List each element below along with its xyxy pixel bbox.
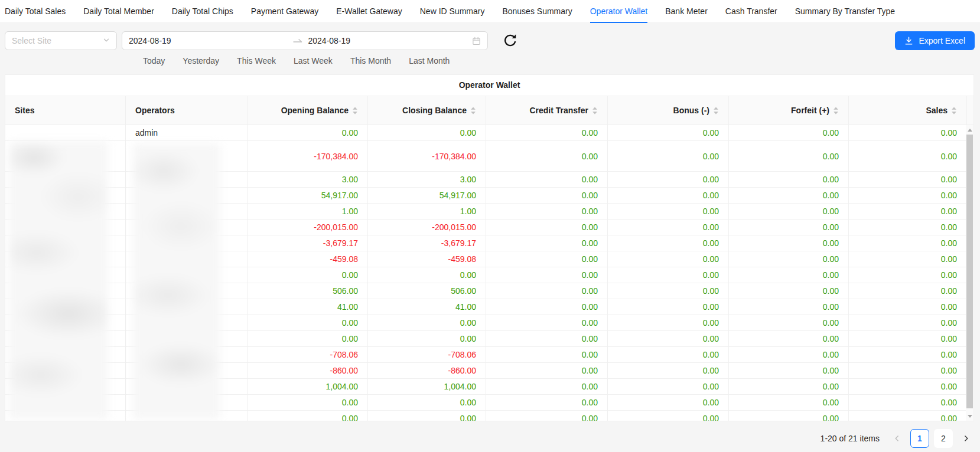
cell-closing-balance: 1,004.00	[368, 379, 486, 394]
cell-opening-balance: -170,384.00	[248, 141, 368, 171]
cell-sites	[5, 125, 126, 140]
cell-closing-balance: 41.00	[368, 299, 486, 315]
cell-closing-balance: -459.08	[368, 251, 486, 267]
tab-summary-by-transfer-type[interactable]: Summary By Transfer Type	[795, 0, 895, 23]
cell-forfeit: 0.00	[729, 379, 849, 394]
cell-credit-transfer: 0.00	[486, 363, 608, 378]
quick-range-this-month[interactable]: This Month	[350, 56, 391, 65]
pagination-prev-button[interactable]	[889, 429, 906, 448]
swap-right-arrow-icon	[293, 38, 302, 44]
tab-new-id-summary[interactable]: New ID Summary	[420, 0, 485, 23]
cell-credit-transfer: 0.00	[486, 188, 608, 203]
cell-credit-transfer: 0.00	[486, 395, 608, 410]
date-end-input[interactable]: 2024-08-19	[308, 36, 473, 45]
quick-range-last-month[interactable]: Last Month	[409, 56, 450, 65]
column-header-bonus[interactable]: Bonus (-)	[608, 96, 729, 125]
scrollbar-down-arrow-icon[interactable]	[966, 412, 974, 420]
cell-bonus: 0.00	[608, 299, 729, 315]
cell-sales: 0.00	[849, 395, 967, 410]
cell-operators: admin	[126, 125, 248, 140]
quick-range-this-week[interactable]: This Week	[237, 56, 276, 65]
cell-closing-balance: 506.00	[368, 283, 486, 299]
cell-sales: 0.00	[849, 125, 967, 140]
pagination-page-1[interactable]: 1	[910, 429, 929, 448]
cell-opening-balance: -3,679.17	[248, 235, 368, 251]
download-icon	[904, 37, 913, 45]
tab-daily-total-chips[interactable]: Daily Total Chips	[172, 0, 233, 23]
cell-opening-balance: 3.00	[248, 172, 368, 187]
column-header-credit-transfer[interactable]: Credit Transfer	[486, 96, 608, 125]
column-header-label: Closing Balance	[402, 106, 467, 115]
cell-closing-balance: 0.00	[368, 395, 486, 410]
cell-sales: 0.00	[849, 347, 967, 362]
quick-range-links: TodayYesterdayThis WeekLast WeekThis Mon…	[143, 56, 975, 65]
column-header-label: Operators	[135, 106, 175, 115]
cell-opening-balance: 54,917.00	[248, 188, 368, 203]
cell-bonus: 0.00	[608, 315, 729, 330]
table-body: admin0.000.000.000.000.000.00-170,384.00…	[5, 125, 974, 421]
scrollbar-thumb[interactable]	[966, 135, 973, 408]
cell-sales: 0.00	[849, 411, 967, 421]
tab-daily-total-member[interactable]: Daily Total Member	[83, 0, 154, 23]
quick-range-today[interactable]: Today	[143, 56, 165, 65]
quick-range-last-week[interactable]: Last Week	[294, 56, 333, 65]
date-range-picker[interactable]: 2024-08-19 2024-08-19	[122, 31, 488, 50]
cell-bonus: 0.00	[608, 251, 729, 267]
pagination-next-button[interactable]	[958, 429, 974, 448]
cell-credit-transfer: 0.00	[486, 411, 608, 421]
cell-opening-balance: 1.00	[248, 204, 368, 219]
cell-forfeit: 0.00	[729, 204, 849, 219]
cell-sales: 0.00	[849, 220, 967, 235]
date-start-input[interactable]: 2024-08-19	[129, 36, 293, 45]
cell-bonus: 0.00	[608, 188, 729, 203]
scrollbar-up-arrow-icon[interactable]	[966, 126, 974, 134]
column-header-opening-balance[interactable]: Opening Balance	[248, 96, 368, 125]
quick-range-yesterday[interactable]: Yesterday	[183, 56, 219, 65]
filter-toolbar: Select Site 2024-08-19 2024-08-19 Export…	[5, 31, 975, 50]
site-select[interactable]: Select Site	[5, 31, 117, 50]
column-header-closing-balance[interactable]: Closing Balance	[368, 96, 486, 125]
cell-forfeit: 0.00	[729, 267, 849, 283]
operator-wallet-table: Operator Wallet SitesOperatorsOpening Ba…	[5, 74, 974, 421]
cell-credit-transfer: 0.00	[486, 204, 608, 219]
cell-opening-balance: 0.00	[248, 267, 368, 283]
cell-bonus: 0.00	[608, 331, 729, 346]
redacted-sites-blur	[9, 141, 108, 420]
cell-forfeit: 0.00	[729, 188, 849, 203]
tab-cash-transfer[interactable]: Cash Transfer	[725, 0, 777, 23]
sort-caret-icon	[833, 107, 839, 114]
cell-bonus: 0.00	[608, 283, 729, 299]
cell-closing-balance: -708.06	[368, 347, 486, 362]
tab-operator-wallet[interactable]: Operator Wallet	[590, 0, 648, 23]
cell-credit-transfer: 0.00	[486, 251, 608, 267]
cell-forfeit: 0.00	[729, 172, 849, 187]
cell-bonus: 0.00	[608, 172, 729, 187]
tab-bonuses-summary[interactable]: Bonuses Summary	[502, 0, 572, 23]
column-header-label: Sales	[926, 106, 948, 115]
refresh-button[interactable]	[502, 33, 517, 48]
sort-caret-icon	[470, 107, 476, 114]
cell-closing-balance: 54,917.00	[368, 188, 486, 203]
cell-closing-balance: -3,679.17	[368, 235, 486, 251]
tab-daily-total-sales[interactable]: Daily Total Sales	[5, 0, 66, 23]
export-excel-button[interactable]: Export Excel	[895, 31, 975, 50]
column-header-sales[interactable]: Sales	[849, 96, 967, 125]
column-header-label: Bonus (-)	[673, 106, 709, 115]
site-select-placeholder: Select Site	[12, 36, 51, 45]
pagination-summary: 1-20 of 21 items	[821, 434, 880, 443]
tab-bank-meter[interactable]: Bank Meter	[665, 0, 708, 23]
column-header-forfeit[interactable]: Forfeit (+)	[729, 96, 849, 125]
tab-payment-gateway[interactable]: Payment Gateway	[251, 0, 318, 23]
vertical-scrollbar[interactable]	[966, 125, 974, 421]
tab-e-wallet-gateway[interactable]: E-Wallet Gateway	[336, 0, 402, 23]
table-row: admin0.000.000.000.000.000.00	[5, 125, 974, 141]
cell-sales: 0.00	[849, 267, 967, 283]
pagination-page-2[interactable]: 2	[934, 429, 953, 448]
cell-closing-balance: 0.00	[368, 267, 486, 283]
cell-bonus: 0.00	[608, 204, 729, 219]
cell-opening-balance: -708.06	[248, 347, 368, 362]
pagination-pages: 12	[910, 429, 953, 448]
cell-credit-transfer: 0.00	[486, 379, 608, 394]
column-header-operators: Operators	[126, 96, 248, 125]
cell-credit-transfer: 0.00	[486, 220, 608, 235]
